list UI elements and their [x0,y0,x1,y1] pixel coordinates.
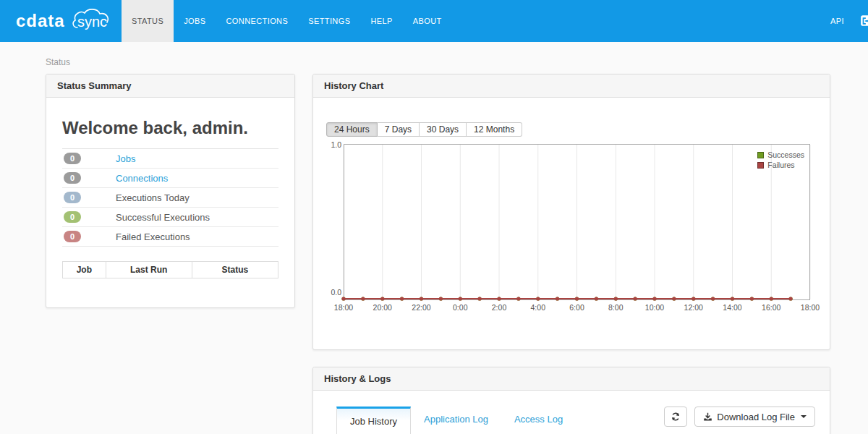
history-chart-body: 24 Hours 7 Days 30 Days 12 Months 1.0 0.… [313,98,830,349]
range-button-24-hours[interactable]: 24 Hours [326,122,378,137]
main-layout: Status Summary Welcome back, admin. 0 Jo… [46,74,830,434]
refresh-icon [671,412,681,422]
legend-item-failures: Failures [757,161,804,169]
x-tick-label: 22:00 [412,303,430,312]
stats-list: 0 Jobs 0 Connections 0 Executions Today … [62,148,278,247]
stat-row-connections: 0 Connections [62,169,278,188]
range-button-7-days[interactable]: 7 Days [378,122,420,137]
jobs-table-header-job: Job [63,262,106,278]
tab-access-log[interactable]: Access Log [501,407,576,433]
status-summary-body: Welcome back, admin. 0 Jobs 0 Connection… [46,98,294,307]
y-axis-labels: 1.0 0.0 [326,140,344,297]
nav-item-settings[interactable]: SETTINGS [298,0,360,42]
executions-today-badge: 0 [64,192,81,203]
executions-today-label: Executions Today [116,192,190,203]
jobs-table-header-status: Status [192,262,278,278]
x-axis-labels: 18:0020:0022:000:002:004:006:008:0010:00… [344,303,810,316]
nav-item-jobs[interactable]: JOBS [174,0,216,42]
cloud-icon: sync [68,5,122,34]
y-tick-min: 0.0 [331,288,341,297]
x-tick-label: 0:00 [453,303,467,312]
status-summary-title: Status Summary [46,75,294,98]
time-range-button-group: 24 Hours 7 Days 30 Days 12 Months [326,122,522,137]
tab-job-history[interactable]: Job History [336,407,411,434]
nav-item-about[interactable]: ABOUT [403,0,452,42]
stat-row-jobs: 0 Jobs [62,149,278,169]
jobs-link[interactable]: Jobs [116,153,135,164]
x-tick-label: 8:00 [608,303,623,312]
download-icon [703,412,712,422]
history-line-chart [344,144,810,300]
jobs-count-badge: 0 [64,153,81,164]
cloud-sync-logo: sync [68,5,122,37]
x-tick-label: 10:00 [645,303,664,312]
y-tick-max: 1.0 [331,140,341,149]
download-log-file-button[interactable]: Download Log File [694,407,815,427]
nav-item-connections[interactable]: CONNECTIONS [216,0,299,42]
successful-executions-label: Successful Executions [116,212,210,223]
range-button-30-days[interactable]: 30 Days [420,122,467,137]
x-tick-label: 16:00 [762,303,780,312]
legend-item-successes: Successes [757,150,804,159]
download-log-file-label: Download Log File [717,412,795,422]
jobs-table-header-row: Job Last Run Status [63,262,278,278]
stat-row-successful-executions: 0 Successful Executions [62,208,278,227]
legend-label: Successes [767,150,804,159]
breadcrumb: Status [46,57,868,67]
history-chart-title: History Chart [313,75,830,98]
chart-legend: SuccessesFailures [757,150,804,171]
failed-executions-badge: 0 [64,231,81,242]
plot-area: SuccessesFailures 18:0020:0022:000:002:0… [344,144,810,316]
range-button-12-months[interactable]: 12 Months [467,122,522,137]
history-logs-panel: History & Logs Job History Application L… [312,367,830,434]
log-actions: Download Log File [664,407,815,433]
connections-count-badge: 0 [64,172,81,184]
api-link[interactable]: API [830,17,844,25]
history-chart-panel: History Chart 24 Hours 7 Days 30 Days 12… [312,74,830,350]
svg-text:sync: sync [77,14,107,30]
tab-application-log[interactable]: Application Log [411,407,501,433]
failed-executions-label: Failed Executions [116,231,190,242]
legend-label: Failures [767,161,794,169]
x-tick-label: 12:00 [684,303,703,312]
nav-item-status[interactable]: STATUS [122,0,174,42]
history-logs-title: History & Logs [313,367,830,391]
main-nav: STATUS JOBS CONNECTIONS SETTINGS HELP AB… [122,0,452,42]
x-tick-label: 20:00 [373,303,392,312]
failures-swatch [757,162,764,169]
nav-item-help[interactable]: HELP [360,0,402,42]
successes-swatch [757,152,764,158]
stat-row-failed-executions: 0 Failed Executions [62,227,278,247]
top-navbar: cdata sync STATUS JOBS CONNECTIONS SETTI… [0,0,868,42]
jobs-table: Job Last Run Status [62,261,278,278]
stat-row-executions-today: 0 Executions Today [62,188,278,208]
left-column: Status Summary Welcome back, admin. 0 Jo… [46,74,295,308]
app-logo[interactable]: cdata sync [0,0,122,42]
brand-text: cdata [16,12,65,30]
nav-right: API [830,0,868,42]
welcome-heading: Welcome back, admin. [62,118,278,138]
x-tick-label: 18:00 [801,303,820,312]
successful-executions-badge: 0 [64,211,81,223]
logs-tabbar: Job History Application Log Access Log [328,407,815,434]
chart-area: 1.0 0.0 SuccessesFailures 18:0020:0022:0… [326,144,830,316]
right-column: History Chart 24 Hours 7 Days 30 Days 12… [312,74,830,434]
x-tick-label: 14:00 [723,303,741,312]
connections-link[interactable]: Connections [116,173,168,184]
status-summary-panel: Status Summary Welcome back, admin. 0 Jo… [46,74,295,308]
history-logs-body: Job History Application Log Access Log [313,391,830,434]
jobs-table-header-lastrun: Last Run [106,262,192,278]
x-tick-label: 18:00 [334,303,353,312]
caret-down-icon [801,415,807,418]
x-tick-label: 4:00 [531,303,545,312]
refresh-button[interactable] [664,407,687,427]
sign-out-icon[interactable] [860,14,868,27]
x-tick-label: 2:00 [492,303,506,312]
x-tick-label: 6:00 [569,303,584,312]
